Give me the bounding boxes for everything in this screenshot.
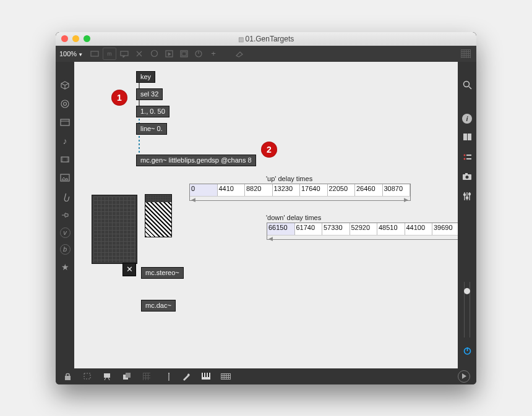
scope[interactable]: [92, 195, 137, 264]
table-cell[interactable]: 17640: [300, 184, 328, 197]
table-cell[interactable]: 22050: [328, 184, 356, 197]
toolbar-m-icon[interactable]: m: [103, 48, 116, 60]
target-icon[interactable]: [59, 98, 71, 110]
svg-point-8: [64, 102, 67, 105]
mute-toggle[interactable]: ✕: [122, 263, 136, 276]
toolbar-rect-icon[interactable]: [88, 48, 101, 60]
svg-point-21: [463, 158, 465, 159]
table-cell[interactable]: 8820: [245, 184, 273, 197]
list-icon[interactable]: [461, 151, 473, 163]
svg-rect-47: [208, 373, 209, 377]
multislider[interactable]: [145, 194, 172, 237]
image-icon[interactable]: [59, 172, 71, 184]
toolbar-x-icon[interactable]: [132, 48, 146, 60]
svg-rect-40: [126, 373, 131, 378]
minimize-button[interactable]: [72, 35, 79, 42]
comment-down: 'down' delay times: [266, 214, 321, 221]
svg-point-15: [463, 82, 469, 87]
svg-rect-34: [65, 376, 71, 380]
svg-line-37: [105, 378, 106, 380]
audio-play-button[interactable]: [458, 370, 470, 383]
mixer-icon[interactable]: [461, 190, 473, 203]
layers-icon[interactable]: [121, 371, 132, 382]
volume-fader[interactable]: [463, 282, 471, 337]
table-cell[interactable]: 0: [190, 184, 218, 197]
right-sidebar: i: [458, 62, 476, 368]
svg-line-16: [469, 87, 471, 89]
patcher-canvas[interactable]: 1 2 key sel 32 1., 0. 50 line~ 0. mc.gen…: [74, 62, 458, 368]
star-icon[interactable]: ★: [59, 261, 71, 273]
docs-icon[interactable]: [461, 131, 473, 143]
svg-rect-45: [203, 373, 204, 377]
object-sel[interactable]: sel 32: [136, 88, 163, 100]
svg-line-38: [108, 378, 109, 380]
zoom-dropdown[interactable]: 100%▼: [59, 50, 83, 57]
comment-up: 'up' delay times: [266, 175, 312, 182]
table-cell[interactable]: 13230: [273, 184, 301, 197]
wrench-icon[interactable]: [181, 371, 192, 382]
left-sidebar: ♪ v b ★: [56, 62, 74, 368]
toolbar-play-box-icon[interactable]: [162, 48, 176, 60]
present-icon[interactable]: [101, 371, 113, 382]
toolbar-circle-icon[interactable]: [147, 48, 161, 60]
svg-rect-46: [205, 373, 207, 377]
toolbar-comment-icon[interactable]: [118, 48, 131, 60]
svg-line-41: [164, 374, 169, 381]
toolbar-frame-icon[interactable]: [177, 48, 191, 60]
plug-icon[interactable]: [59, 209, 71, 221]
table-cell[interactable]: 61740: [295, 223, 323, 236]
object-mcgen[interactable]: mc.gen~ littleblips.gendsp @chans 8: [136, 155, 256, 166]
table-cell[interactable]: 26460: [355, 184, 383, 197]
table-cell[interactable]: 66150: [267, 223, 295, 236]
svg-rect-0: [91, 51, 98, 56]
annotation-badge-2: 2: [261, 142, 277, 158]
table-cell[interactable]: 44100: [405, 223, 433, 236]
table-cell[interactable]: 57330: [322, 223, 350, 236]
close-button[interactable]: [61, 35, 68, 42]
object-mcdac[interactable]: mc.dac~: [141, 300, 176, 312]
svg-rect-1: [121, 51, 128, 56]
table-cell[interactable]: 48510: [377, 223, 405, 236]
window-title: 01.GenTargets: [56, 35, 476, 43]
power-icon[interactable]: [461, 345, 473, 357]
info-icon[interactable]: i: [462, 114, 472, 124]
wand-icon[interactable]: [161, 371, 172, 382]
object-key[interactable]: key: [136, 71, 155, 83]
svg-rect-9: [61, 119, 69, 125]
search-icon[interactable]: [461, 79, 473, 91]
toolbar-dial-icon[interactable]: [192, 48, 205, 60]
piano-icon[interactable]: [200, 371, 212, 382]
svg-rect-24: [465, 173, 468, 175]
letter-b-icon[interactable]: b: [60, 244, 71, 255]
table-cell[interactable]: 4410: [218, 184, 246, 197]
titlebar: 01.GenTargets: [56, 32, 476, 46]
camera-icon[interactable]: [461, 171, 473, 183]
table-cell[interactable]: 30870: [383, 184, 411, 197]
table-cell[interactable]: 39690: [432, 223, 458, 236]
toolbar-grid-icon[interactable]: [459, 48, 473, 60]
select-tool-icon[interactable]: [82, 371, 93, 382]
svg-rect-35: [84, 373, 90, 379]
table-cell[interactable]: 52920: [350, 223, 378, 236]
cube-icon[interactable]: [59, 79, 71, 91]
keyboard-icon[interactable]: [220, 371, 231, 382]
movie-icon[interactable]: [59, 153, 71, 166]
table-down[interactable]: 66150 61740 57330 52920 48510 44100 3969…: [267, 223, 458, 240]
zoom-button[interactable]: [84, 35, 90, 42]
lock-icon[interactable]: [62, 371, 73, 382]
object-mcstereo[interactable]: mc.stereo~: [141, 267, 184, 279]
traffic-lights: [61, 35, 90, 42]
paperclip-icon[interactable]: [59, 190, 71, 203]
toolbar-plus-icon[interactable]: +: [207, 48, 220, 60]
letter-v-icon[interactable]: v: [60, 227, 71, 238]
note-icon[interactable]: ♪: [59, 135, 71, 147]
table-up[interactable]: 0 4410 8820 13230 17640 22050 26460 3087…: [189, 184, 411, 201]
svg-rect-36: [104, 373, 110, 378]
object-message[interactable]: 1., 0. 50: [136, 106, 169, 117]
annotation-badge-1: 1: [111, 90, 127, 106]
grid-toggle-icon[interactable]: [141, 371, 152, 382]
svg-point-19: [463, 154, 465, 156]
toolbar-eraser-icon[interactable]: [233, 48, 246, 60]
object-line[interactable]: line~ 0.: [136, 123, 167, 135]
panel-icon[interactable]: [59, 116, 71, 129]
